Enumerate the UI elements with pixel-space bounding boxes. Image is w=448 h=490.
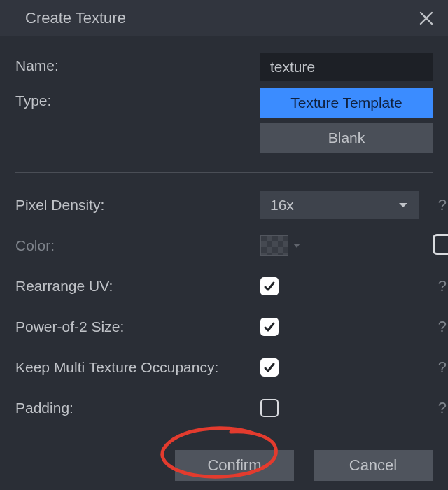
name-label: Name: <box>15 53 260 74</box>
row-padding: Padding: ? <box>15 394 433 422</box>
dialog-title: Create Texture <box>25 9 126 27</box>
pixel-density-label: Pixel Density: <box>15 197 260 214</box>
padding-label: Padding: <box>15 400 260 416</box>
color-swatch <box>260 235 288 256</box>
type-label: Type: <box>15 88 260 109</box>
row-color: Color: <box>15 232 433 260</box>
type-option-texture-template[interactable]: Texture Template <box>260 88 433 118</box>
help-icon[interactable]: ? <box>433 399 447 417</box>
power-of-2-label: Power-of-2 Size: <box>15 318 260 335</box>
row-power-of-2: Power-of-2 Size: ? <box>15 313 433 341</box>
row-rearrange-uv: Rearrange UV: ? <box>15 272 433 300</box>
type-option-blank[interactable]: Blank <box>260 123 433 153</box>
help-icon[interactable]: ? <box>433 196 447 214</box>
color-label: Color: <box>15 237 260 254</box>
pixel-density-value: 16x <box>270 197 398 214</box>
dialog-titlebar: Create Texture <box>0 0 448 36</box>
chevron-down-icon <box>398 201 409 209</box>
padding-checkbox[interactable] <box>260 399 279 417</box>
close-icon[interactable] <box>419 10 434 26</box>
pixel-density-dropdown[interactable]: 16x <box>260 191 419 219</box>
chevron-down-icon <box>293 242 301 249</box>
section-divider <box>15 172 433 173</box>
color-checkbox[interactable] <box>433 234 448 255</box>
keep-mto-checkbox[interactable] <box>260 358 279 377</box>
confirm-button[interactable]: Confirm <box>175 450 294 481</box>
row-type: Type: Texture Template Blank <box>15 88 433 158</box>
help-icon[interactable]: ? <box>433 358 447 377</box>
help-icon[interactable]: ? <box>433 318 447 336</box>
row-pixel-density: Pixel Density: 16x ? <box>15 191 433 219</box>
row-keep-mto: Keep Multi Texture Occupancy: ? <box>15 354 433 382</box>
help-icon[interactable]: ? <box>433 277 447 295</box>
power-of-2-checkbox[interactable] <box>260 318 279 336</box>
name-input[interactable] <box>260 53 433 81</box>
keep-mto-label: Keep Multi Texture Occupancy: <box>15 359 260 376</box>
color-picker[interactable] <box>260 235 301 256</box>
cancel-button[interactable]: Cancel <box>314 450 433 481</box>
row-name: Name: <box>15 53 433 81</box>
rearrange-uv-label: Rearrange UV: <box>15 278 260 295</box>
rearrange-uv-checkbox[interactable] <box>260 277 279 295</box>
dialog-footer: Confirm Cancel <box>0 435 448 481</box>
